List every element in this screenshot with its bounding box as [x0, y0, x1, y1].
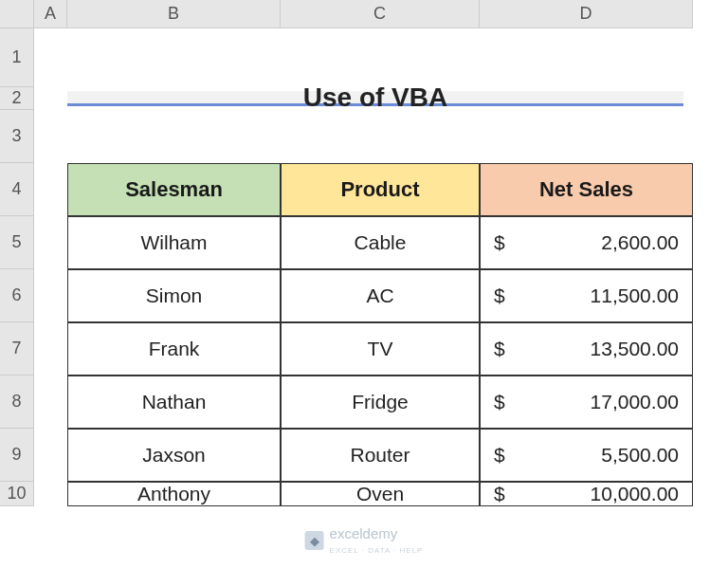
table-cell-net-sales[interactable]: $ 13,500.00 [480, 322, 693, 376]
row-header-3[interactable]: 3 [0, 110, 34, 163]
cell-d1[interactable] [480, 28, 693, 87]
row-header-5[interactable]: 5 [0, 216, 34, 269]
table-cell-product[interactable]: TV [281, 322, 480, 376]
watermark: ◆ exceldemy EXCEL · DATA · HELP [305, 526, 424, 555]
money-value: 11,500.00 [591, 284, 679, 307]
row-header-8[interactable]: 8 [0, 376, 34, 429]
table-cell-net-sales[interactable]: $ 5,500.00 [480, 429, 693, 482]
col-header-d[interactable]: D [480, 0, 693, 28]
table-cell-net-sales[interactable]: $ 10,000.00 [480, 482, 693, 506]
currency-symbol: $ [494, 391, 505, 413]
currency-symbol: $ [494, 483, 505, 505]
table-cell-product[interactable]: Oven [281, 482, 480, 506]
col-header-b[interactable]: B [67, 0, 281, 28]
money-value: 2,600.00 [601, 231, 679, 254]
table-cell-net-sales[interactable]: $ 11,500.00 [480, 269, 693, 322]
table-cell-product[interactable]: Cable [281, 216, 480, 269]
money-value: 10,000.00 [591, 483, 679, 505]
cell-a5[interactable] [34, 216, 67, 269]
spreadsheet: A B C D 1 2 Use of VBA 3 4 Salesman Prod… [0, 0, 728, 506]
money-value: 5,500.00 [601, 444, 679, 467]
table-cell-product[interactable]: Router [281, 429, 480, 482]
cell-a1[interactable] [34, 28, 67, 87]
row-header-4[interactable]: 4 [0, 163, 34, 216]
money-value: 17,000.00 [591, 391, 679, 413]
column-header-product[interactable]: Product [281, 163, 480, 216]
cell-c1[interactable] [281, 28, 480, 87]
cell-a6[interactable] [34, 269, 67, 322]
table-cell-net-sales[interactable]: $ 17,000.00 [480, 376, 693, 429]
watermark-icon: ◆ [305, 531, 324, 550]
table-cell-salesman[interactable]: Nathan [67, 376, 281, 429]
table-cell-salesman[interactable]: Anthony [67, 482, 281, 506]
cell-b3[interactable] [67, 110, 281, 163]
cell-a2[interactable] [34, 87, 67, 110]
page-title: Use of VBA [67, 91, 683, 106]
row-header-6[interactable]: 6 [0, 269, 34, 322]
row-header-7[interactable]: 7 [0, 322, 34, 376]
column-header-salesman[interactable]: Salesman [67, 163, 281, 216]
money-value: 13,500.00 [591, 338, 679, 360]
currency-symbol: $ [494, 231, 505, 254]
cell-c3[interactable] [281, 110, 480, 163]
table-cell-product[interactable]: Fridge [281, 376, 480, 429]
table-cell-product[interactable]: AC [281, 269, 480, 322]
table-cell-salesman[interactable]: Simon [67, 269, 281, 322]
col-header-c[interactable]: C [281, 0, 480, 28]
row-header-9[interactable]: 9 [0, 429, 34, 482]
cell-d3[interactable] [480, 110, 693, 163]
cell-a8[interactable] [34, 376, 67, 429]
row-header-2[interactable]: 2 [0, 87, 34, 110]
cell-a4[interactable] [34, 163, 67, 216]
cell-b1[interactable] [67, 28, 281, 87]
cell-a9[interactable] [34, 429, 67, 482]
table-cell-salesman[interactable]: Frank [67, 322, 281, 376]
col-header-a[interactable]: A [34, 0, 67, 28]
table-cell-net-sales[interactable]: $ 2,600.00 [480, 216, 693, 269]
cell-a7[interactable] [34, 322, 67, 376]
row-header-10[interactable]: 10 [0, 482, 34, 506]
table-cell-salesman[interactable]: Jaxson [67, 429, 281, 482]
currency-symbol: $ [494, 284, 505, 307]
column-header-net-sales[interactable]: Net Sales [480, 163, 693, 216]
select-all-corner[interactable] [0, 0, 34, 28]
row-header-1[interactable]: 1 [0, 28, 34, 87]
currency-symbol: $ [494, 444, 505, 467]
cell-a3[interactable] [34, 110, 67, 163]
cell-a10[interactable] [34, 482, 67, 506]
currency-symbol: $ [494, 338, 505, 360]
table-cell-salesman[interactable]: Wilham [67, 216, 281, 269]
watermark-brand: exceldemy [330, 525, 398, 541]
watermark-tagline: EXCEL · DATA · HELP [330, 546, 424, 555]
